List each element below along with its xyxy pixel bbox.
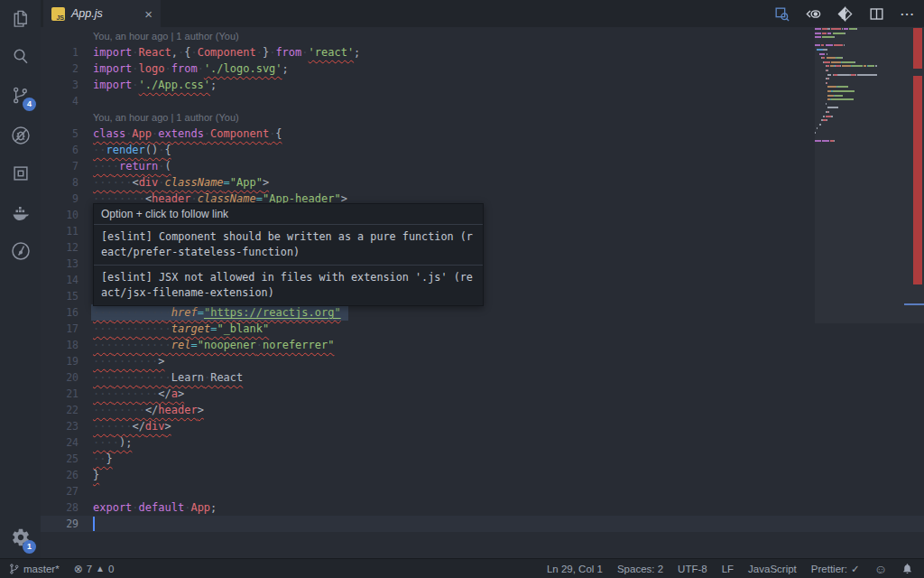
settings-gear-icon[interactable]: 1 bbox=[0, 519, 41, 555]
code-line[interactable]: 20············Learn·React bbox=[41, 369, 924, 386]
line-number[interactable]: 19 bbox=[41, 353, 79, 369]
codelens-annotation[interactable]: You, an hour ago | 1 author (You) bbox=[41, 28, 924, 44]
close-tab-icon[interactable]: × bbox=[144, 7, 152, 21]
code-line[interactable]: 26} bbox=[41, 467, 924, 483]
code-line[interactable]: 6··render()·{ bbox=[41, 142, 924, 158]
line-number[interactable]: 4 bbox=[41, 93, 79, 109]
debug-icon[interactable] bbox=[0, 117, 41, 154]
code-line[interactable]: 4 bbox=[41, 93, 924, 109]
line-number[interactable]: 20 bbox=[41, 369, 79, 386]
feedback-smiley-icon[interactable]: ☺ bbox=[874, 562, 887, 576]
code-line[interactable]: 18············rel="noopener·noreferrer" bbox=[41, 337, 924, 353]
beautify-icon[interactable] bbox=[836, 5, 854, 23]
notifications-bell-icon[interactable] bbox=[901, 563, 913, 574]
hover-tooltip: Option + click to follow link [eslint] C… bbox=[93, 203, 484, 306]
toggle-blame-eye-icon[interactable] bbox=[804, 5, 822, 23]
line-number[interactable]: 7 bbox=[41, 158, 79, 174]
explorer-icon[interactable] bbox=[0, 0, 41, 36]
line-number[interactable]: 24 bbox=[41, 434, 79, 451]
line-number[interactable]: 22 bbox=[41, 402, 79, 418]
line-number[interactable]: 5 bbox=[41, 126, 79, 142]
code-line[interactable]: 23······</div> bbox=[41, 418, 924, 434]
gitlens-icon[interactable] bbox=[0, 233, 41, 269]
code-line[interactable]: 1import·React,·{·Component·}·from·'react… bbox=[41, 44, 924, 61]
tab-title: App.js bbox=[71, 7, 103, 20]
line-number[interactable]: 9 bbox=[41, 191, 79, 207]
code-line[interactable]: 7····return·( bbox=[41, 158, 924, 174]
docker-icon[interactable] bbox=[0, 194, 41, 230]
git-branch-indicator[interactable]: master* bbox=[8, 563, 60, 575]
warning-icon: ▲ bbox=[96, 564, 105, 573]
follow-link-hint: Option + click to follow link bbox=[94, 204, 483, 225]
line-number[interactable]: 27 bbox=[41, 483, 79, 499]
split-editor-icon[interactable] bbox=[867, 5, 885, 23]
line-number[interactable]: 12 bbox=[41, 239, 79, 256]
line-number[interactable]: 11 bbox=[41, 223, 79, 239]
search-icon[interactable] bbox=[0, 38, 41, 74]
line-number[interactable]: 15 bbox=[41, 288, 79, 304]
error-mark bbox=[913, 28, 922, 69]
formatter-status[interactable]: Prettier: ✓ bbox=[811, 563, 860, 575]
code-line[interactable]: 3import·'./App.css'; bbox=[41, 77, 924, 93]
eslint-message: [eslint] JSX not allowed in files with e… bbox=[94, 266, 483, 305]
code-line[interactable]: 2import·logo·from·'./logo.svg'; bbox=[41, 61, 924, 77]
settings-badge: 1 bbox=[23, 540, 36, 554]
line-number[interactable]: 29 bbox=[41, 516, 79, 532]
problems-indicator[interactable]: ⊗ 7 ▲ 0 bbox=[74, 563, 115, 575]
codelens-annotation[interactable]: You, an hour ago | 1 author (You) bbox=[41, 109, 924, 126]
source-control-icon[interactable]: 4 bbox=[0, 77, 41, 113]
activity-bar: 4 1 bbox=[0, 0, 41, 558]
extensions-icon[interactable] bbox=[0, 155, 41, 191]
code-line[interactable]: 24····); bbox=[41, 434, 924, 451]
cursor-position[interactable]: Ln 29, Col 1 bbox=[547, 564, 603, 574]
line-number[interactable]: 28 bbox=[41, 499, 79, 516]
line-number[interactable]: 26 bbox=[41, 467, 79, 483]
line-number[interactable]: 13 bbox=[41, 256, 79, 272]
line-number[interactable]: 1 bbox=[41, 44, 79, 61]
line-number[interactable]: 8 bbox=[41, 174, 79, 191]
line-number[interactable]: 6 bbox=[41, 142, 79, 158]
code-line[interactable]: 22········</header> bbox=[41, 402, 924, 418]
line-number[interactable]: 16 bbox=[41, 304, 79, 321]
code-line[interactable]: 8······<div·className="App"> bbox=[41, 174, 924, 191]
cursor-mark bbox=[904, 303, 924, 305]
code-line[interactable]: 16············href="https://reactjs.org" bbox=[41, 304, 924, 321]
status-bar: master* ⊗ 7 ▲ 0 Ln 29, Col 1 Spaces: 2 U… bbox=[0, 558, 924, 578]
error-icon: ⊗ bbox=[74, 563, 83, 575]
line-number[interactable]: 2 bbox=[41, 61, 79, 77]
line-number[interactable]: 17 bbox=[41, 321, 79, 337]
warning-count: 0 bbox=[108, 564, 114, 574]
eslint-message: [eslint] Component should be written as … bbox=[94, 225, 483, 266]
minimap[interactable] bbox=[815, 28, 914, 559]
line-number[interactable]: 14 bbox=[41, 272, 79, 288]
open-changes-icon[interactable] bbox=[772, 5, 790, 23]
javascript-file-icon: JS bbox=[51, 7, 65, 21]
eslint-messages: [eslint] Component should be written as … bbox=[94, 225, 483, 305]
line-number[interactable]: 21 bbox=[41, 386, 79, 402]
eol-setting[interactable]: LF bbox=[722, 564, 734, 574]
editor-actions: ··· bbox=[772, 0, 917, 27]
tab-appjs[interactable]: JS App.js × bbox=[43, 0, 161, 27]
line-number[interactable]: 10 bbox=[41, 207, 79, 223]
code-line[interactable]: 29 bbox=[41, 516, 924, 532]
code-line[interactable]: 21··········</a> bbox=[41, 386, 924, 402]
code-line[interactable]: 25··} bbox=[41, 451, 924, 467]
code-line[interactable]: 28export·default·App; bbox=[41, 499, 924, 516]
line-number[interactable]: 3 bbox=[41, 77, 79, 93]
code-line[interactable]: 19··········> bbox=[41, 353, 924, 369]
line-number[interactable]: 18 bbox=[41, 337, 79, 353]
code-line[interactable]: 17············target="_blank" bbox=[41, 321, 924, 337]
encoding-setting[interactable]: UTF-8 bbox=[678, 564, 707, 574]
indentation-setting[interactable]: Spaces: 2 bbox=[617, 564, 663, 574]
code-line[interactable]: 27 bbox=[41, 483, 924, 499]
code-line[interactable]: 5class·App·extends·Component·{ bbox=[41, 126, 924, 142]
more-actions-icon[interactable]: ··· bbox=[899, 5, 917, 23]
line-number[interactable]: 23 bbox=[41, 418, 79, 434]
language-mode[interactable]: JavaScript bbox=[748, 564, 797, 574]
error-count: 7 bbox=[87, 564, 92, 574]
vscode-window: { "icons": { "close": "×", "more": "···"… bbox=[0, 0, 924, 578]
error-mark bbox=[913, 76, 922, 284]
text-cursor bbox=[93, 517, 95, 531]
scm-badge: 4 bbox=[23, 98, 36, 111]
line-number[interactable]: 25 bbox=[41, 451, 79, 467]
